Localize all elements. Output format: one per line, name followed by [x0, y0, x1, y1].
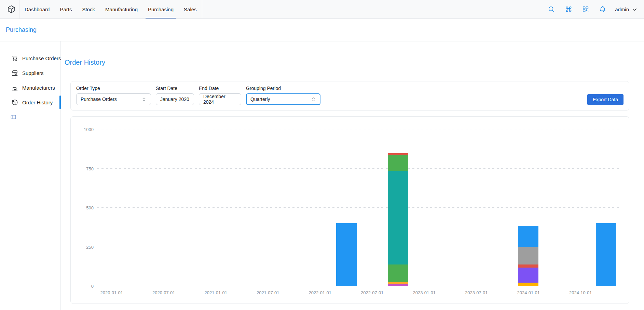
gridline	[97, 286, 620, 286]
gridline	[97, 247, 620, 247]
order-type-value: Purchase Orders	[81, 96, 117, 102]
tab-manufacturing[interactable]: Manufacturing	[100, 0, 143, 18]
qr-grid-icon[interactable]	[579, 3, 592, 15]
y-tick-label: 0	[91, 284, 94, 289]
sidebar-item-order-history[interactable]: Order History	[3, 95, 57, 109]
tab-parts[interactable]: Parts	[55, 0, 77, 18]
filter-panel: Order Type Purchase Orders Start Date Ja…	[70, 81, 629, 111]
breadcrumb-purchasing-link[interactable]: Purchasing	[6, 26, 37, 34]
bar-segment	[388, 284, 408, 286]
stacked-bar[interactable]	[518, 226, 538, 286]
content-area: Purchase Orders Suppliers Manufacturers	[0, 41, 644, 310]
x-tick-label: 2023-01-01	[413, 290, 436, 295]
sidebar-item-label: Manufacturers	[22, 85, 55, 91]
username: admin	[615, 7, 629, 12]
x-tick-label: 2022-01-01	[309, 290, 332, 295]
x-tick-label: 2020-01-01	[100, 290, 123, 295]
bar-segment	[518, 247, 538, 265]
sidebar: Purchase Orders Suppliers Manufacturers	[0, 41, 60, 310]
order-type-select[interactable]: Purchase Orders	[76, 93, 151, 105]
tab-purchasing[interactable]: Purchasing	[143, 0, 179, 18]
select-chevrons-icon	[311, 97, 316, 102]
tab-stock[interactable]: Stock	[77, 0, 100, 18]
grouping-period-field: Grouping Period Quarterly	[246, 86, 320, 105]
bar-segment	[518, 226, 538, 247]
user-menu[interactable]: admin	[615, 6, 638, 13]
sidebar-active-indicator	[59, 95, 61, 109]
grouping-period-select[interactable]: Quarterly	[246, 93, 320, 105]
tab-dashboard[interactable]: Dashboard	[19, 0, 55, 18]
bar-segment	[518, 268, 538, 283]
order-history-chart-card: 025050075010002020-01-012020-07-012021-0…	[70, 116, 629, 304]
y-tick-label: 250	[86, 244, 94, 249]
y-tick-label: 1000	[84, 127, 94, 132]
end-date-input[interactable]: December 2024	[199, 93, 241, 105]
search-icon[interactable]	[545, 3, 558, 15]
x-tick-label: 2022-07-01	[361, 290, 384, 295]
end-date-label: End Date	[199, 86, 241, 91]
plot-area: 025050075010002020-01-012020-07-012021-0…	[97, 123, 620, 286]
y-tick-label: 750	[86, 166, 94, 171]
grouping-period-value: Quarterly	[250, 96, 270, 102]
end-date-value: December 2024	[203, 94, 237, 105]
breadcrumb: Purchasing	[0, 19, 644, 41]
start-date-value: January 2020	[160, 96, 189, 102]
x-tick-label: 2024-01-01	[517, 290, 540, 295]
bell-icon[interactable]	[597, 3, 609, 15]
command-icon[interactable]: ⌘	[562, 3, 575, 15]
start-date-field: Start Date January 2020	[156, 86, 194, 105]
bar-segment	[518, 283, 538, 286]
chevron-down-icon	[631, 6, 638, 13]
export-data-button[interactable]: Export Data	[587, 94, 624, 105]
y-tick-label: 500	[86, 205, 94, 210]
gridline	[97, 123, 620, 123]
stacked-bar[interactable]	[336, 223, 357, 286]
sidebar-item-label: Order History	[22, 100, 53, 105]
gridline	[97, 129, 620, 129]
gridline	[97, 168, 620, 169]
stacked-bar[interactable]	[388, 153, 408, 286]
gridline	[97, 207, 620, 208]
page-title: Order History	[65, 59, 629, 66]
bar-segment	[388, 171, 408, 264]
start-date-input[interactable]: January 2020	[156, 93, 194, 105]
factory-icon	[12, 85, 18, 91]
grouping-period-label: Grouping Period	[246, 86, 320, 91]
x-tick-label: 2020-07-01	[152, 290, 175, 295]
bar-segment	[336, 223, 357, 286]
app-logo-icon[interactable]	[6, 4, 16, 14]
sidebar-item-label: Suppliers	[22, 70, 44, 76]
stacked-bar[interactable]	[596, 223, 616, 286]
tab-sales[interactable]: Sales	[179, 0, 202, 18]
sidebar-item-manufacturers[interactable]: Manufacturers	[3, 81, 57, 94]
main-panel: Order History Order Type Purchase Orders…	[60, 41, 644, 310]
navbar-actions: ⌘ admin	[545, 3, 638, 15]
sidebar-item-suppliers[interactable]: Suppliers	[3, 66, 57, 80]
navbar-tabs: Dashboard Parts Stock Manufacturing Purc…	[19, 0, 202, 18]
bar-segment	[388, 155, 408, 171]
x-tick-label: 2021-01-01	[205, 290, 228, 295]
bar-segment	[518, 264, 538, 267]
history-icon	[12, 99, 18, 106]
storefront-icon	[12, 70, 18, 76]
x-tick-label: 2021-07-01	[257, 290, 279, 295]
sidebar-collapse-icon[interactable]	[10, 114, 16, 120]
title-divider	[65, 74, 629, 74]
x-tick-label: 2024-10-01	[569, 290, 592, 295]
select-chevrons-icon	[141, 97, 147, 102]
order-type-label: Order Type	[76, 86, 151, 91]
bar-segment	[388, 264, 408, 282]
sidebar-item-purchase-orders[interactable]: Purchase Orders	[3, 51, 57, 65]
order-type-field: Order Type Purchase Orders	[76, 86, 151, 105]
start-date-label: Start Date	[156, 86, 194, 91]
sidebar-item-label: Purchase Orders	[22, 55, 61, 61]
shopping-cart-icon	[12, 55, 18, 62]
end-date-field: End Date December 2024	[199, 86, 241, 105]
top-navbar: Dashboard Parts Stock Manufacturing Purc…	[0, 0, 644, 19]
bar-segment	[596, 223, 616, 286]
x-tick-label: 2023-07-01	[465, 290, 488, 295]
